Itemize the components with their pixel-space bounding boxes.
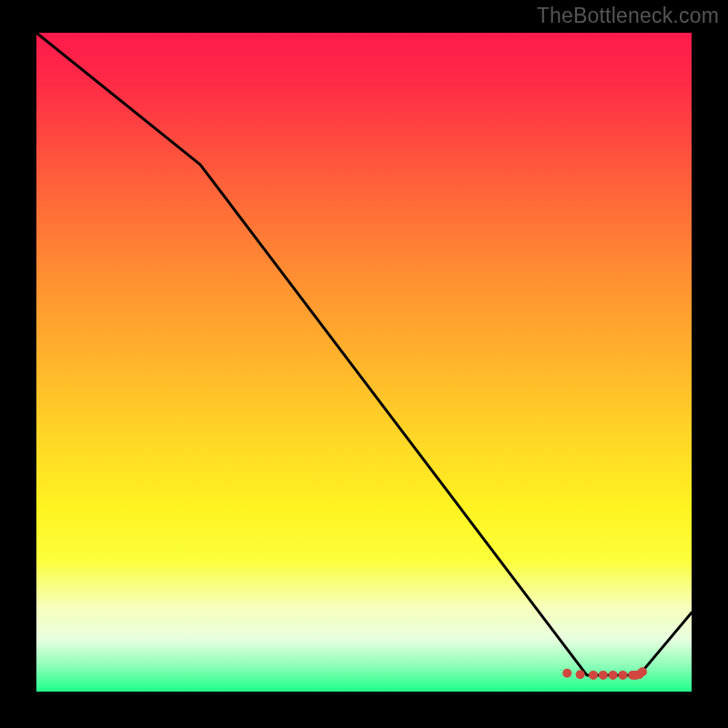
chart-marker bbox=[589, 671, 598, 680]
attribution-text: TheBottleneck.com bbox=[537, 4, 719, 28]
chart-frame: TheBottleneck.com bbox=[0, 0, 728, 728]
chart-line bbox=[36, 33, 692, 675]
chart-marker bbox=[599, 671, 608, 680]
chart-markers bbox=[562, 667, 647, 680]
chart-overlay bbox=[36, 33, 692, 692]
chart-marker bbox=[609, 671, 618, 680]
chart-marker bbox=[618, 671, 627, 680]
chart-marker bbox=[638, 667, 647, 676]
plot-area bbox=[36, 33, 692, 692]
chart-marker bbox=[562, 669, 571, 678]
chart-marker bbox=[576, 670, 585, 679]
